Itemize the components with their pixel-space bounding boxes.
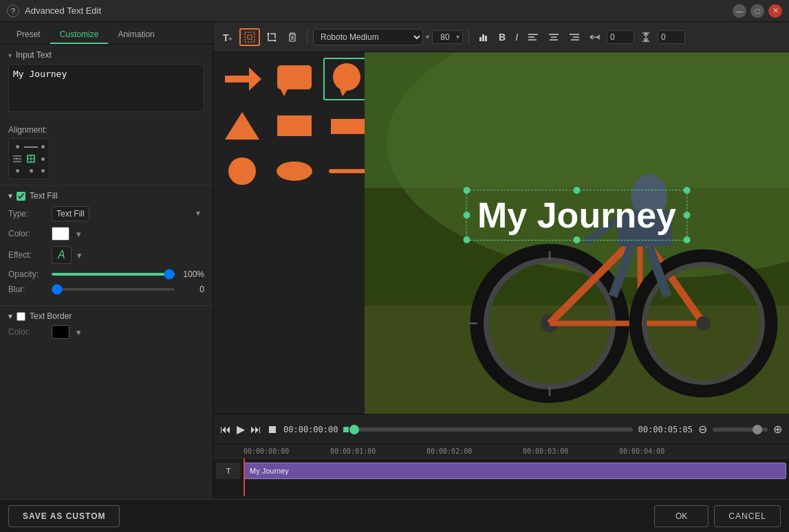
minimize-button[interactable]: —: [733, 4, 746, 18]
text-fill-label: Text Fill: [30, 191, 58, 201]
line-height-icon: [640, 32, 651, 42]
select-icon: [244, 32, 255, 43]
spacing-button[interactable]: [586, 30, 604, 44]
align-left-button[interactable]: [524, 30, 542, 44]
playbar-track[interactable]: [354, 428, 632, 432]
blur-label: Blur:: [8, 285, 46, 294]
line-height-value-input[interactable]: [658, 30, 685, 44]
spacing-value-input[interactable]: [607, 30, 634, 44]
text-border-header[interactable]: ▾ Text Border: [8, 311, 204, 321]
handle-bottom-right[interactable]: [684, 236, 691, 243]
zoom-track[interactable]: [713, 428, 768, 432]
align-mid-left[interactable]: [12, 153, 23, 164]
zoom-in-button[interactable]: ⊕: [773, 423, 782, 436]
align-right-button[interactable]: [565, 30, 583, 44]
delete-tool-button[interactable]: [283, 30, 301, 45]
border-color-swatch[interactable]: [52, 325, 69, 339]
shape-arrow[interactable]: [219, 58, 266, 100]
align-center-button[interactable]: [545, 30, 563, 44]
blur-slider[interactable]: [52, 288, 175, 291]
align-top-right[interactable]: [39, 142, 46, 152]
handle-top-right[interactable]: [684, 187, 691, 194]
align-bot-center[interactable]: [24, 166, 38, 176]
bar-icon-button[interactable]: [475, 30, 493, 45]
opacity-row: Opacity: 100%: [8, 269, 204, 279]
ok-button[interactable]: OK: [654, 505, 709, 527]
stop-button[interactable]: ⏹: [267, 423, 278, 436]
align-center[interactable]: [24, 153, 38, 164]
forward-button[interactable]: ⏭: [250, 423, 261, 436]
rectangle-shape: [274, 109, 315, 143]
opacity-value: 100%: [180, 269, 204, 279]
svg-point-43: [333, 63, 360, 91]
align-mid-right[interactable]: [39, 153, 46, 164]
shape-speech-bubble[interactable]: [271, 58, 318, 100]
opacity-slider[interactable]: [52, 273, 175, 276]
effect-dropdown-btn[interactable]: ▾: [77, 250, 82, 261]
bold-button[interactable]: B: [495, 30, 509, 45]
align-bot-right[interactable]: [39, 166, 46, 176]
tab-customize[interactable]: Customize: [50, 26, 109, 44]
align-bot-left[interactable]: [12, 166, 23, 176]
svg-point-13: [274, 39, 277, 41]
track-label: T: [216, 463, 241, 479]
right-panel: T+: [213, 22, 789, 499]
text-selection-box[interactable]: My Journey: [466, 190, 688, 241]
align-top-center[interactable]: [24, 142, 38, 152]
zoom-out-button[interactable]: ⊖: [698, 423, 707, 436]
text-fill-section: ▾ Text Fill Type: Text Fill Color: ▾: [0, 185, 213, 305]
text-fill-checkbox[interactable]: [17, 192, 25, 201]
italic-button[interactable]: I: [512, 30, 521, 45]
timeline-clip[interactable]: My Journey: [244, 463, 786, 479]
shape-circle[interactable]: [219, 151, 266, 191]
svg-rect-47: [331, 119, 365, 134]
handle-top-mid[interactable]: [573, 187, 580, 194]
tab-animation[interactable]: Animation: [108, 26, 164, 44]
close-button[interactable]: ✕: [768, 4, 782, 18]
tab-preset[interactable]: Preset: [7, 26, 50, 44]
handle-right-mid[interactable]: [684, 212, 691, 219]
shape-triangle[interactable]: [219, 106, 266, 146]
handle-bottom-left[interactable]: [463, 236, 470, 243]
font-size-dropdown[interactable]: ▾: [456, 33, 460, 41]
ruler-tick-2: 00:00:02:00: [426, 447, 472, 455]
color-dropdown-btn[interactable]: ▾: [75, 229, 83, 239]
type-label: Type:: [8, 209, 46, 219]
input-text-header[interactable]: ▾ Input Text: [8, 50, 204, 60]
align-top-left[interactable]: [12, 142, 23, 152]
rewind-button[interactable]: ⏮: [220, 423, 231, 436]
select-tool-button[interactable]: [239, 28, 260, 46]
input-text-field[interactable]: [8, 64, 204, 112]
input-text-label: Input Text: [16, 50, 52, 60]
text-tool-button[interactable]: T+: [219, 30, 237, 45]
type-select[interactable]: Text Fill: [52, 206, 89, 221]
font-size-input[interactable]: [435, 32, 455, 42]
maximize-button[interactable]: □: [750, 4, 764, 18]
input-text-arrow: ▾: [8, 52, 12, 59]
line-height-button[interactable]: [637, 30, 655, 44]
toolbar-sep-2: [468, 29, 469, 45]
play-button[interactable]: ▶: [237, 423, 245, 436]
svg-point-49: [277, 162, 312, 181]
help-icon[interactable]: ?: [7, 5, 19, 17]
save-as-custom-button[interactable]: SAVE AS CUSTOM: [8, 505, 120, 527]
transform-tool-button[interactable]: [263, 30, 281, 45]
svg-point-48: [228, 157, 256, 185]
svg-marker-3: [15, 157, 17, 160]
handle-top-left[interactable]: [463, 187, 470, 194]
shape-oval[interactable]: [271, 151, 318, 191]
border-color-dropdown[interactable]: ▾: [75, 327, 83, 337]
effect-button[interactable]: A: [52, 246, 72, 264]
blur-row: Blur: 0: [8, 285, 204, 294]
text-border-checkbox[interactable]: [17, 312, 25, 321]
text-fill-header[interactable]: ▾ Text Fill: [8, 191, 204, 201]
blur-value: 0: [180, 285, 204, 294]
cancel-button[interactable]: CANCEL: [714, 505, 781, 527]
tabs-container: Preset Customize Animation: [0, 22, 213, 45]
color-swatch[interactable]: [52, 227, 69, 241]
font-family-select[interactable]: Roboto Medium: [313, 29, 423, 45]
transform-icon: [266, 32, 277, 43]
shape-rectangle[interactable]: [271, 106, 318, 146]
handle-left-mid[interactable]: [463, 212, 470, 219]
triangle-shape: [221, 109, 263, 143]
